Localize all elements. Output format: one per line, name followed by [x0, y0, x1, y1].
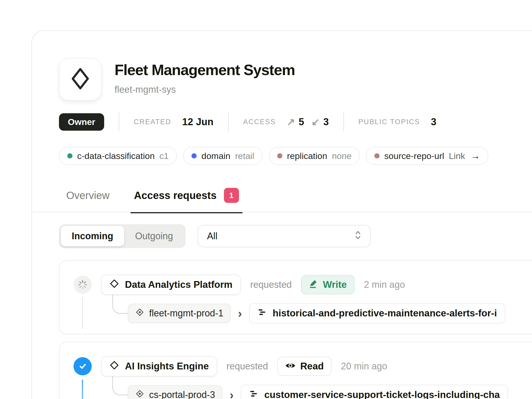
access-values: ↗ 5 ↙ 3: [287, 116, 329, 128]
access-outgoing-count: 5: [299, 116, 304, 128]
page-title: Fleet Management System: [115, 61, 295, 78]
environment-chip[interactable]: cs-portal-prod-3: [128, 385, 222, 399]
type-filter-select[interactable]: All: [198, 225, 371, 247]
select-chevrons-icon: [355, 230, 361, 242]
stats-row: Owner CREATED 12 Jun ACCESS ↗ 5 ↙ 3 PUBL…: [59, 112, 532, 131]
resource-detail-card: Fleet Management System fleet-mgmt-sys O…: [31, 30, 532, 399]
app-diamond-icon: [109, 279, 119, 291]
stat-access: ACCESS ↗ 5 ↙ 3: [243, 116, 329, 128]
approved-connector-line: [82, 380, 83, 399]
environment-name: cs-portal-prod-3: [149, 389, 215, 399]
tabs-section: Overview Access requests 1: [59, 188, 532, 212]
tab-access-requests-label: Access requests: [134, 190, 217, 201]
requested-label: requested: [227, 361, 268, 372]
divider: [119, 112, 119, 131]
permission-label: Read: [300, 361, 324, 372]
arrow-down-left-icon: ↙: [311, 116, 320, 128]
access-requests-count-badge: 1: [224, 188, 239, 203]
header: Fleet Management System fleet-mgmt-sys: [59, 58, 532, 101]
access-request-card[interactable]: AI Insights Engine requested Read 20 min…: [59, 342, 532, 399]
tag-label: c-data-classification: [77, 151, 155, 161]
pending-connector-line: [82, 298, 83, 329]
requested-label: requested: [250, 279, 292, 290]
elbow-connector: [112, 295, 128, 314]
direction-toggle: Incoming Outgoing: [59, 224, 186, 248]
topic-name: historical-and-predictive-maintenance-al…: [272, 308, 497, 319]
arrow-right-icon: →: [471, 150, 480, 161]
chevron-right-icon: ›: [230, 388, 234, 399]
arrow-up-right-icon: ↗: [287, 116, 295, 128]
app-name: AI Insights Engine: [125, 361, 209, 372]
divider: [343, 112, 344, 131]
eye-read-icon: [285, 361, 296, 372]
topic-icon: [257, 308, 267, 319]
pending-spinner-icon: [74, 276, 92, 294]
tag-dot: [374, 153, 380, 158]
stat-created: CREATED 12 Jun: [134, 116, 214, 128]
created-label: CREATED: [134, 118, 171, 126]
app-diamond-icon: [109, 360, 119, 373]
tag-dot: [67, 153, 72, 158]
topic-chip[interactable]: customer-service-support-ticket-logs-inc…: [241, 385, 508, 399]
tag-value: c1: [159, 151, 169, 161]
permission-label: Write: [323, 279, 347, 290]
toggle-incoming[interactable]: Incoming: [61, 226, 124, 246]
tag-data-classification[interactable]: c-data-classification c1: [59, 147, 177, 165]
environment-icon: [135, 308, 144, 319]
app-logo: [59, 58, 102, 101]
topic-icon: [249, 389, 258, 399]
environment-name: fleet-mgmt-prod-1: [149, 308, 223, 319]
tag-label: domain: [201, 151, 230, 161]
requester-app-chip[interactable]: Data Analytics Platform: [101, 275, 241, 295]
chevron-right-icon: ›: [238, 306, 242, 320]
stat-public-topics: PUBLIC TOPICS 3: [358, 116, 436, 128]
tags-row: c-data-classification c1 domain retail r…: [59, 147, 532, 165]
public-topics-value: 3: [431, 116, 436, 128]
topic-name: customer-service-support-ticket-logs-inc…: [264, 389, 500, 399]
divider: [228, 112, 229, 131]
topic-chip[interactable]: historical-and-predictive-maintenance-al…: [249, 303, 505, 323]
public-topics-label: PUBLIC TOPICS: [358, 118, 420, 126]
access-incoming-count: 3: [323, 116, 329, 128]
tag-source-repo-url[interactable]: source-repo-url Link →: [366, 147, 488, 165]
tabs: Overview Access requests 1: [59, 188, 532, 203]
permission-badge-write: Write: [301, 275, 355, 294]
requester-app-chip[interactable]: AI Insights Engine: [101, 356, 217, 376]
app-name: Data Analytics Platform: [125, 279, 232, 290]
type-filter-value: All: [207, 231, 217, 242]
tag-value: none: [332, 151, 352, 161]
tag-domain[interactable]: domain retail: [183, 147, 262, 165]
environment-chip[interactable]: fleet-mgmt-prod-1: [128, 304, 231, 323]
page-slug: fleet-mgmt-sys: [115, 84, 295, 95]
elbow-connector: [112, 376, 128, 395]
tag-value: retail: [235, 151, 254, 161]
tabs-divider: [32, 212, 532, 212]
access-request-card[interactable]: Data Analytics Platform requested Write …: [59, 260, 532, 334]
tab-overview[interactable]: Overview: [66, 190, 110, 201]
tag-dot: [277, 153, 282, 158]
request-time: 2 min ago: [364, 279, 405, 290]
created-value: 12 Jun: [182, 116, 213, 128]
filter-row: Incoming Outgoing All: [59, 224, 532, 248]
tag-label: source-repo-url: [384, 151, 444, 161]
toggle-outgoing[interactable]: Outgoing: [124, 226, 184, 246]
request-time: 20 min ago: [341, 361, 387, 372]
permission-badge-read: Read: [277, 357, 331, 376]
approved-check-icon: [74, 357, 92, 375]
environment-icon: [135, 389, 144, 399]
diamond-logo-icon: [70, 67, 90, 92]
access-label: ACCESS: [243, 118, 276, 126]
tag-link[interactable]: Link: [449, 151, 465, 161]
title-block: Fleet Management System fleet-mgmt-sys: [115, 58, 295, 95]
tag-label: replication: [287, 151, 327, 161]
tab-access-requests[interactable]: Access requests 1: [134, 188, 239, 203]
tag-replication[interactable]: replication none: [269, 147, 360, 165]
pencil-write-icon: [309, 279, 318, 291]
owner-badge: Owner: [59, 113, 104, 131]
tag-dot: [191, 153, 197, 158]
